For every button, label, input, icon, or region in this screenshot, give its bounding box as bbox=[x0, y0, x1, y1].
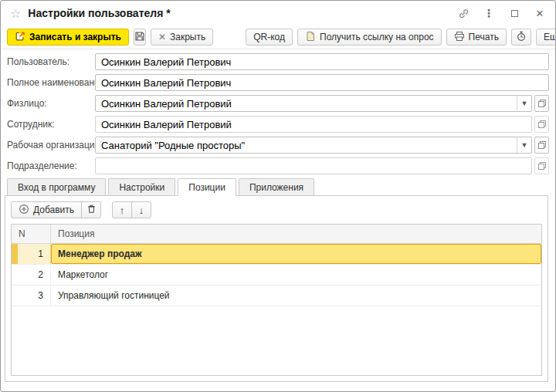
field-row-user: Пользователь: Осинкин Валерий Петрович bbox=[7, 53, 549, 70]
table-row[interactable]: 3 Управляющий гостиницей bbox=[12, 286, 541, 306]
arrow-down-icon: ↓ bbox=[139, 204, 144, 216]
organization-input[interactable]: Санаторий "Родные просторы" ▼ bbox=[95, 137, 532, 154]
table-row[interactable]: 2 Маркетолог bbox=[12, 265, 541, 286]
more-button[interactable]: Еще ▼ bbox=[536, 29, 556, 46]
trash-icon bbox=[86, 204, 97, 216]
field-row-full-name: Полное наименование: Осинкин Валерий Пет… bbox=[7, 74, 549, 91]
user-input[interactable]: Осинкин Валерий Петрович bbox=[95, 53, 549, 70]
user-settings-window: ☆ Настройки пользователя * ⋮ ✕ Записать … bbox=[0, 0, 556, 392]
save-close-icon bbox=[15, 31, 25, 44]
open-department-button[interactable] bbox=[534, 157, 549, 174]
move-down-button[interactable]: ↓ bbox=[131, 201, 151, 218]
alarm-clock-icon bbox=[516, 31, 527, 44]
command-toolbar: Записать и закрыть ✕ Закрыть QR-код Полу… bbox=[1, 25, 555, 49]
tab-positions[interactable]: Позиции bbox=[178, 178, 236, 196]
open-organization-button[interactable] bbox=[534, 137, 549, 154]
print-button[interactable]: Печать bbox=[446, 29, 507, 46]
field-label: Подразделение: bbox=[7, 161, 95, 171]
timer-button[interactable] bbox=[511, 29, 531, 46]
qr-code-button[interactable]: QR-код bbox=[246, 29, 293, 46]
column-header-n: N bbox=[12, 225, 51, 243]
form-fields: Пользователь: Осинкин Валерий Петрович П… bbox=[1, 49, 555, 174]
positions-table: N Позиция 1 Менеджер продаж 2 Маркетолог… bbox=[11, 224, 542, 376]
delete-row-button[interactable] bbox=[81, 201, 101, 218]
field-row-department: Подразделение: bbox=[7, 157, 549, 174]
maximize-icon[interactable] bbox=[508, 7, 520, 19]
save-button[interactable] bbox=[134, 29, 146, 46]
field-label: Рабочая организация: bbox=[7, 140, 95, 150]
table-row[interactable]: 1 Менеджер продаж bbox=[12, 244, 541, 265]
arrow-up-icon: ↑ bbox=[120, 204, 125, 216]
survey-link-icon bbox=[305, 31, 316, 44]
tab-strip: Вход в программу Настройки Позиции Прило… bbox=[1, 178, 555, 195]
table-header: N Позиция bbox=[12, 225, 541, 244]
dropdown-arrow-icon[interactable]: ▼ bbox=[517, 96, 531, 111]
field-label: Пользователь: bbox=[7, 56, 95, 67]
close-form-button[interactable]: ✕ Закрыть bbox=[151, 29, 213, 46]
page-title: Настройки пользователя * bbox=[28, 7, 170, 19]
individual-input[interactable]: Осинкин Валерий Петровий ▼ bbox=[95, 95, 532, 112]
open-individual-button[interactable] bbox=[534, 95, 549, 112]
close-icon[interactable]: ✕ bbox=[534, 7, 546, 19]
dropdown-arrow-icon[interactable]: ▼ bbox=[517, 137, 531, 153]
move-up-button[interactable]: ↑ bbox=[112, 201, 132, 218]
field-label: Сотрудник: bbox=[7, 119, 95, 130]
table-toolbar: Добавить ↑ ↓ bbox=[11, 201, 542, 218]
tab-applications[interactable]: Приложения bbox=[239, 178, 314, 195]
favorite-star-icon[interactable]: ☆ bbox=[10, 6, 21, 21]
field-row-individual: Физлицо: Осинкин Валерий Петровий ▼ bbox=[7, 95, 549, 112]
department-input[interactable] bbox=[95, 157, 532, 174]
positions-panel: Добавить ↑ ↓ N Позиция 1 bbox=[5, 195, 548, 382]
full-name-input[interactable]: Осинкин Валерий Петрович bbox=[95, 74, 549, 91]
column-header-position: Позиция bbox=[51, 225, 541, 243]
close-x-icon: ✕ bbox=[158, 32, 166, 42]
employee-input[interactable]: Осинкин Валерий Петровий bbox=[95, 116, 532, 133]
kebab-menu-icon[interactable]: ⋮ bbox=[483, 7, 495, 19]
tab-login[interactable]: Вход в программу bbox=[7, 178, 106, 195]
field-label: Физлицо: bbox=[7, 98, 95, 109]
tab-settings[interactable]: Настройки bbox=[108, 178, 175, 195]
get-survey-link-button[interactable]: Получить ссылку на опрос bbox=[297, 29, 442, 46]
field-label: Полное наименование: bbox=[7, 77, 95, 88]
open-employee-button[interactable] bbox=[534, 116, 549, 133]
add-circle-icon bbox=[19, 204, 29, 217]
link-icon[interactable] bbox=[457, 7, 470, 19]
printer-icon bbox=[454, 31, 465, 44]
save-icon bbox=[134, 31, 145, 44]
field-row-employee: Сотрудник: Осинкин Валерий Петровий bbox=[7, 116, 549, 133]
field-row-organization: Рабочая организация: Санаторий "Родные п… bbox=[7, 137, 549, 154]
titlebar: ☆ Настройки пользователя * ⋮ ✕ bbox=[1, 1, 555, 25]
save-and-close-button[interactable]: Записать и закрыть bbox=[7, 29, 129, 46]
add-row-button[interactable]: Добавить bbox=[11, 201, 82, 218]
